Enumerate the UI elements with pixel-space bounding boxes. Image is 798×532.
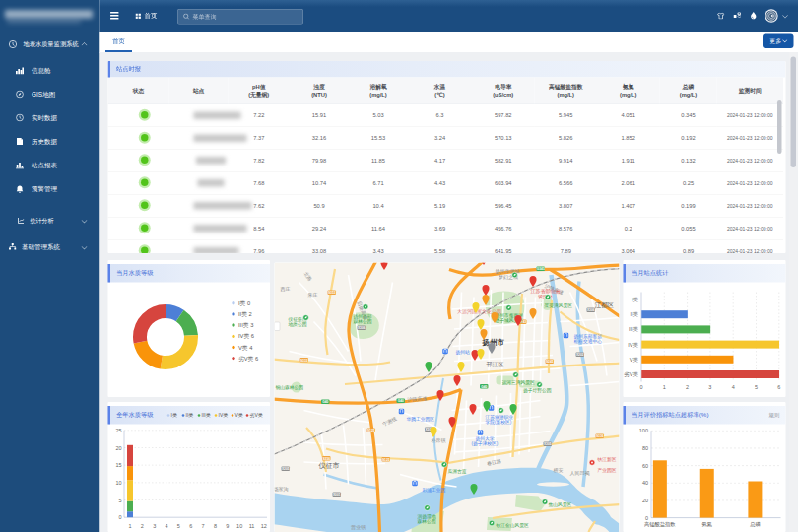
- svg-text:镇江新区: 镇江新区: [597, 456, 617, 462]
- svg-text:江都区: 江都区: [595, 301, 615, 309]
- svg-text:运河三湾风景区: 运河三湾风景区: [502, 379, 536, 386]
- svg-text:学院(新校区): 学院(新校区): [486, 419, 512, 426]
- svg-text:10: 10: [236, 523, 242, 529]
- svg-text:IV类: IV类: [219, 412, 229, 418]
- svg-text:S245: S245: [546, 360, 554, 364]
- svg-text:5: 5: [118, 498, 121, 503]
- svg-text:I类: I类: [632, 297, 639, 302]
- svg-text:X306: X306: [587, 308, 595, 312]
- svg-text:II类: II类: [630, 311, 638, 317]
- svg-text:I类 0: I类 0: [238, 300, 250, 306]
- svg-text:100: 100: [639, 428, 648, 433]
- svg-text:焦山风景区: 焦山风景区: [549, 502, 572, 507]
- svg-text:劣V类: 劣V类: [624, 371, 638, 378]
- svg-text:8: 8: [214, 523, 217, 529]
- svg-text:V类: V类: [235, 412, 243, 418]
- svg-text:5: 5: [177, 523, 180, 529]
- svg-text:横安: 横安: [554, 467, 564, 473]
- svg-text:15: 15: [115, 462, 121, 468]
- svg-text:III类 3: III类 3: [238, 322, 253, 328]
- svg-text:S356: S356: [322, 457, 330, 461]
- svg-text:华腾工业园区: 华腾工业园区: [407, 416, 435, 423]
- svg-text:X306: X306: [358, 326, 366, 330]
- svg-text:II类: II类: [186, 412, 194, 418]
- svg-text:朴席镇: 朴席镇: [431, 437, 446, 443]
- svg-text:G345: G345: [537, 267, 545, 271]
- svg-text:V类 4: V类 4: [238, 345, 253, 351]
- svg-text:20: 20: [115, 445, 121, 451]
- svg-text:铜山森林公园: 铜山森林公园: [276, 384, 304, 391]
- svg-text:人民凹褐: 人民凹褐: [570, 470, 590, 477]
- svg-text:高锰酸盐指数: 高锰酸盐指数: [644, 521, 676, 528]
- svg-text:S125: S125: [367, 429, 375, 432]
- svg-text:11: 11: [249, 523, 255, 529]
- svg-text:4: 4: [166, 523, 168, 529]
- svg-text:茱萸湾风景区: 茱萸湾风景区: [545, 302, 573, 309]
- svg-text:I类: I类: [171, 412, 177, 418]
- svg-text:总磷: 总磷: [749, 521, 761, 527]
- svg-text:地质公园: 地质公园: [288, 321, 307, 328]
- svg-text:V类: V类: [630, 357, 639, 363]
- svg-text:0: 0: [118, 514, 121, 520]
- svg-text:IV类 6: IV类 6: [238, 333, 254, 339]
- svg-text:邗江区: 邗江区: [487, 361, 504, 367]
- svg-text:1: 1: [663, 384, 666, 390]
- svg-text:G40: G40: [481, 385, 487, 389]
- svg-text:X202: X202: [576, 353, 584, 357]
- svg-text:6: 6: [189, 523, 192, 529]
- svg-text:12: 12: [261, 523, 267, 529]
- svg-text:X205: X205: [282, 467, 290, 471]
- svg-text:S125: S125: [382, 458, 390, 462]
- svg-text:7: 7: [202, 523, 205, 529]
- svg-text:III类: III类: [202, 412, 211, 418]
- svg-text:40: 40: [642, 480, 648, 486]
- svg-text:10: 10: [115, 480, 121, 486]
- svg-text:3: 3: [153, 523, 156, 529]
- svg-text:IV类: IV类: [628, 342, 638, 348]
- svg-text:扬子圩野公园: 扬子圩野公园: [523, 387, 552, 394]
- svg-text:劣V类 6: 劣V类 6: [238, 356, 258, 363]
- svg-text:5: 5: [755, 384, 758, 390]
- svg-text:X001: X001: [333, 493, 341, 497]
- svg-text:仪征市: 仪征市: [319, 461, 340, 470]
- svg-text:X305: X305: [544, 442, 552, 446]
- svg-text:西庄: 西庄: [281, 286, 291, 293]
- svg-text:G40: G40: [398, 399, 404, 403]
- svg-text:1: 1: [128, 523, 131, 529]
- svg-text:9: 9: [226, 523, 229, 529]
- svg-text:60: 60: [642, 463, 648, 469]
- svg-text:III类: III类: [629, 326, 639, 332]
- svg-text:氨氮: 氨氮: [702, 521, 713, 527]
- svg-text:S353: S353: [328, 291, 336, 295]
- svg-text:劣V类: 劣V类: [250, 412, 263, 419]
- svg-text:2: 2: [141, 523, 144, 529]
- svg-text:G40: G40: [322, 400, 328, 404]
- svg-text:3: 3: [708, 384, 711, 390]
- svg-text:80: 80: [642, 445, 648, 451]
- svg-text:朱庄: 朱庄: [308, 292, 318, 298]
- svg-text:枢纽交通中心: 枢纽交通中心: [574, 338, 603, 344]
- svg-text:(扬子津校区): (扬子津校区): [472, 440, 499, 447]
- svg-text:0: 0: [639, 384, 642, 390]
- svg-text:0: 0: [645, 515, 648, 521]
- svg-text:II类 2: II类 2: [238, 311, 252, 317]
- svg-text:S333: S333: [300, 359, 308, 363]
- svg-text:S336: S336: [596, 434, 604, 438]
- svg-text:6: 6: [777, 384, 780, 390]
- svg-text:江苏旅游职业: 江苏旅游职业: [485, 414, 514, 420]
- svg-text:25: 25: [115, 428, 121, 433]
- svg-text:20: 20: [642, 498, 648, 503]
- svg-text:2: 2: [686, 384, 689, 390]
- svg-text:产业园区: 产业园区: [598, 467, 617, 474]
- svg-text:镇江金山风景区: 镇江金山风景区: [496, 523, 530, 528]
- svg-text:场家沟: 场家沟: [275, 486, 289, 493]
- svg-text:4: 4: [732, 384, 735, 390]
- svg-text:营业镇: 营业镇: [351, 524, 366, 531]
